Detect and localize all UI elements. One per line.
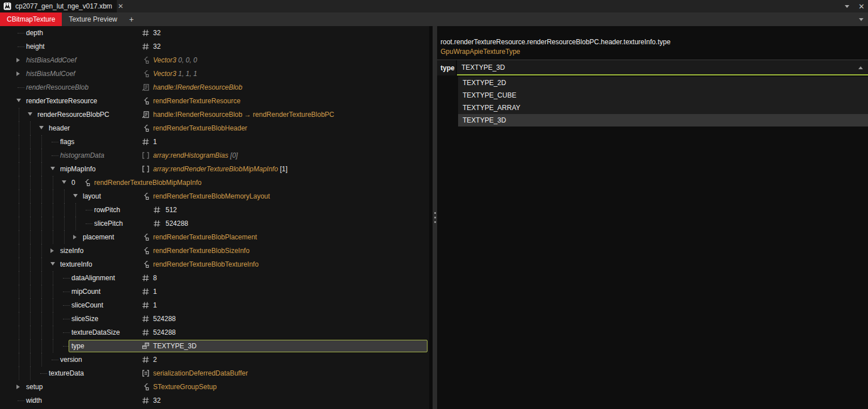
property-value[interactable]: 524288: [153, 312, 176, 326]
tree-row-textureData[interactable]: textureDataserializationDeferredDataBuff…: [0, 366, 429, 380]
tree-row-height[interactable]: height32: [0, 40, 429, 53]
dropdown-option-TEXTYPE_CUBE[interactable]: TEXTYPE_CUBE: [458, 89, 868, 102]
property-value[interactable]: 32: [153, 40, 160, 53]
tree-row-setup[interactable]: setupSTextureGroupSetup: [0, 380, 429, 394]
tree-row-rowPitch[interactable]: rowPitch512: [0, 203, 429, 217]
tree-row-layout[interactable]: layoutrendRenderTextureBlobMemoryLayout: [0, 189, 429, 203]
property-value[interactable]: rendRenderTextureBlobTextureInfo: [153, 258, 259, 271]
expand-chevron-icon[interactable]: [16, 71, 20, 76]
tab-texture-preview[interactable]: Texture Preview: [62, 12, 124, 26]
tree-row-histogramData[interactable]: histogramDataarray:rendHistogramBias [0]: [0, 149, 429, 162]
property-value[interactable]: rendRenderTextureBlobHeader: [153, 121, 247, 135]
panel-splitter[interactable]: [433, 26, 437, 409]
tree-row-header[interactable]: headerrendRenderTextureBlobHeader: [0, 121, 429, 135]
tree-guide-line: [19, 326, 19, 339]
tree-row-placement[interactable]: placementrendRenderTextureBlobPlacement: [0, 230, 429, 244]
tree-row-renderResourceBlobPC[interactable]: renderResourceBlobPChandle:IRenderResour…: [0, 108, 429, 121]
number-icon: [142, 29, 150, 37]
property-value[interactable]: 1: [153, 135, 157, 149]
property-value[interactable]: array:rendRenderTextureBlobMipMapInfo [1…: [153, 162, 287, 176]
tree-row-flags[interactable]: flags1: [0, 135, 429, 149]
tree-row-textureDataSize[interactable]: textureDataSize524288: [0, 326, 429, 339]
view-tab-chevron-icon[interactable]: [859, 18, 863, 21]
tab-cbitmaptexture[interactable]: CBitmapTexture: [0, 12, 62, 26]
enum-combobox[interactable]: TEXTYPE_3D: [457, 60, 868, 75]
property-value[interactable]: 1: [153, 298, 157, 312]
tree-row-version[interactable]: version2: [0, 353, 429, 366]
tree-row-0[interactable]: 0rendRenderTextureBlobMipMapInfo: [0, 176, 429, 189]
tree-row-dataAlignment[interactable]: dataAlignment8: [0, 271, 429, 285]
property-value[interactable]: STextureGroupSetup: [153, 380, 217, 394]
expand-chevron-icon[interactable]: [16, 58, 20, 62]
property-value-part: 8: [153, 274, 157, 282]
struct-icon: [142, 124, 150, 132]
property-value-part: rendRenderTextureResource: [153, 97, 240, 105]
collapse-chevron-icon[interactable]: [50, 262, 55, 265]
property-value[interactable]: 32: [153, 394, 160, 407]
tree-row-renderResourceBlob[interactable]: renderResourceBlobhandle:IRenderResource…: [0, 81, 429, 94]
property-value[interactable]: serializationDeferredDataBuffer: [153, 366, 248, 380]
property-value[interactable]: handle:IRenderResourceBlob: [153, 81, 242, 94]
struct-icon: [83, 179, 91, 187]
property-value-part: STextureGroupSetup: [153, 383, 217, 391]
collapse-chevron-icon[interactable]: [62, 180, 66, 184]
property-value[interactable]: 1: [153, 285, 157, 298]
property-value[interactable]: 32: [153, 26, 160, 40]
property-value[interactable]: rendRenderTextureBlobPlacement: [153, 230, 257, 244]
property-value[interactable]: array:rendHistogramBias [0]: [153, 149, 238, 162]
expand-chevron-icon[interactable]: [73, 235, 77, 239]
property-value-part: 32: [153, 43, 160, 50]
tree-guide-line: [19, 149, 19, 162]
property-value[interactable]: 524288: [153, 326, 176, 339]
file-tab-close-icon[interactable]: ✕: [118, 3, 124, 10]
tree-row-histBiasAddCoef[interactable]: histBiasAddCoefVector3 0, 0, 0: [0, 53, 429, 67]
tree-row-sizeInfo[interactable]: sizeInforendRenderTextureBlobSizeInfo: [0, 244, 429, 258]
tree-connector-line: [40, 373, 47, 374]
struct-icon: [142, 233, 150, 241]
collapse-chevron-icon[interactable]: [50, 167, 55, 170]
property-value[interactable]: 8: [153, 271, 157, 285]
tree-row-slicePitch[interactable]: slicePitch524288: [0, 217, 429, 230]
collapse-chevron-icon[interactable]: [73, 194, 78, 197]
file-tab[interactable]: cp2077_gen_lut_nge_v017.xbm ✕: [0, 0, 117, 12]
property-value[interactable]: 512: [166, 203, 177, 217]
expand-chevron-icon[interactable]: [16, 385, 20, 389]
tree-row-mipCount[interactable]: mipCount1: [0, 285, 429, 298]
property-value[interactable]: TEXTYPE_3D: [153, 339, 197, 353]
tree-row-depth[interactable]: depth32: [0, 26, 429, 40]
property-value[interactable]: Vector3 1, 1, 1: [153, 67, 197, 81]
tree-row-type[interactable]: typeTEXTYPE_3D: [0, 339, 429, 353]
property-value[interactable]: 524288: [166, 217, 188, 230]
property-value[interactable]: Vector3 0, 0, 0: [153, 53, 197, 67]
dropdown-option-TEXTYPE_3D[interactable]: TEXTYPE_3D: [458, 114, 868, 127]
tree-row-renderTextureResource[interactable]: renderTextureResourcerendRenderTextureRe…: [0, 94, 429, 108]
property-value[interactable]: handle:IRenderResourceBlob → rendRenderT…: [153, 108, 335, 121]
collapse-chevron-icon[interactable]: [28, 112, 32, 116]
tab-list-chevron-icon[interactable]: [845, 5, 849, 8]
file-tab-strip: cp2077_gen_lut_nge_v017.xbm ✕ ✕: [0, 0, 868, 12]
tree-guide-line: [30, 149, 31, 162]
tree-row-textureInfo[interactable]: textureInforendRenderTextureBlobTextureI…: [0, 258, 429, 271]
tree-row-mipMapInfo[interactable]: mipMapInfoarray:rendRenderTextureBlobMip…: [0, 162, 429, 176]
expand-chevron-icon[interactable]: [50, 248, 54, 253]
tree-row-width[interactable]: width32: [0, 394, 429, 407]
tree-row-histBiasMulCoef[interactable]: histBiasMulCoefVector3 1, 1, 1: [0, 67, 429, 81]
collapse-chevron-icon[interactable]: [16, 99, 21, 102]
add-tab-button[interactable]: +: [124, 12, 139, 26]
property-value-part: serializationDeferredDataBuffer: [153, 369, 248, 377]
dropdown-option-TEXTYPE_ARRAY[interactable]: TEXTYPE_ARRAY: [458, 102, 868, 114]
dropdown-option-TEXTYPE_2D[interactable]: TEXTYPE_2D: [458, 77, 868, 89]
property-value[interactable]: rendRenderTextureBlobSizeInfo: [153, 244, 249, 258]
combobox-collapse-icon[interactable]: [858, 66, 863, 69]
tree-guide-line: [64, 203, 65, 217]
property-value[interactable]: 2: [153, 353, 157, 366]
property-value[interactable]: rendRenderTextureResource: [153, 94, 240, 108]
tree-row-sliceCount[interactable]: sliceCount1: [0, 298, 429, 312]
collapse-chevron-icon[interactable]: [39, 126, 44, 129]
property-value[interactable]: rendRenderTextureBlobMipMapInfo: [94, 176, 201, 189]
tree-guide-line: [30, 353, 31, 366]
close-document-icon[interactable]: ✕: [858, 3, 865, 10]
number-icon: [142, 315, 150, 323]
tree-row-sliceSize[interactable]: sliceSize524288: [0, 312, 429, 326]
property-value[interactable]: rendRenderTextureBlobMemoryLayout: [153, 189, 270, 203]
